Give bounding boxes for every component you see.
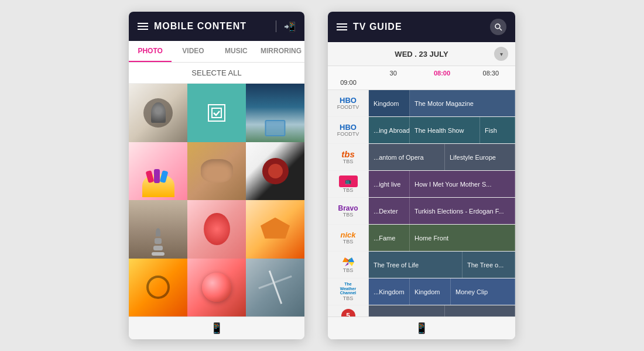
tab-photo[interactable]: PHOTO: [129, 41, 172, 62]
channel-tbs1: tbs TBS: [328, 144, 369, 170]
program-how-met[interactable]: How I Met Your Mother S...: [410, 171, 515, 197]
time-slot-current: 08:00: [417, 68, 466, 78]
programs-ch5: ...antom of Opera Lifestyle Europe: [369, 305, 515, 316]
channel-bravo2-logo: Bravo: [338, 205, 358, 212]
photo-grid: [129, 84, 304, 316]
photo-cell-2-selected[interactable]: [187, 84, 246, 142]
channel-tbs1-logo: tbs: [341, 150, 355, 159]
photo-cell-1[interactable]: [129, 84, 187, 142]
program-lifestyle-europe[interactable]: Lifestyle Europe: [445, 144, 515, 170]
svg-line-2: [500, 29, 502, 31]
channel-nick-sub: TBS: [343, 239, 354, 245]
channel-hbo1: HBO FOODTV: [328, 90, 369, 116]
channel-weather: TheWeatherChannel TBS: [328, 278, 369, 305]
channel-tbs1-sub: TBS: [343, 159, 354, 164]
photo-cell-11[interactable]: [187, 259, 246, 317]
bottom-bar: 📱: [129, 316, 304, 339]
program-health-show[interactable]: The Health Show: [410, 117, 480, 143]
program-fish[interactable]: Fish: [480, 117, 515, 143]
select-all-bar[interactable]: SELECTE ALL: [129, 63, 304, 84]
channel-hbo2-sub: FOODTV: [337, 131, 359, 137]
guide-row-nick: nick TBS ...Fame Home Front: [328, 225, 515, 252]
device-cast-icon: 📲: [284, 21, 296, 32]
app-title: MOBILE CONTENT: [154, 21, 246, 32]
date-bar: WED . 23 JULY ▾: [328, 42, 515, 66]
channel-hbo2-logo: HBO: [340, 123, 357, 131]
time-slot-3: 09:00: [328, 78, 369, 87]
guide-row-weather: TheWeatherChannel TBS ...Kingdom Kingdom…: [328, 278, 515, 305]
photo-cell-6[interactable]: [246, 142, 304, 201]
channel-nick-logo: nick: [340, 231, 355, 239]
program-phantom-opera2[interactable]: ...antom of Opera: [369, 305, 445, 316]
channel-nbc: TBS: [328, 252, 369, 278]
tab-music[interactable]: MUSIC: [215, 41, 258, 62]
channel-nbc-sub: TBS: [343, 267, 354, 273]
selected-check-icon: [208, 104, 225, 122]
guide-row-bravo1: 📺 TBS ...ight live How I Met Your Mother…: [328, 171, 515, 198]
programs-nick: ...Fame Home Front: [369, 225, 515, 251]
programs-hbo1: Kingdom The Motor Magazine: [369, 90, 515, 116]
photo-cell-3[interactable]: [246, 84, 304, 142]
tab-mirroring[interactable]: MIRRORING: [258, 41, 304, 62]
channel-bravo2: Bravo TBS: [328, 198, 369, 224]
program-tree-of-life2[interactable]: The Tree o...: [463, 252, 515, 278]
programs-bravo1: ...ight live How I Met Your Mother S...: [369, 171, 515, 197]
program-abroad[interactable]: ...ing Abroad: [369, 117, 410, 143]
header-icons: 📲: [271, 20, 296, 32]
channel-hbo1-logo: HBO: [340, 97, 357, 104]
channel-weather-sub: TBS: [343, 295, 354, 301]
channel-bravo2-sub: TBS: [343, 212, 354, 218]
guide-row-nbc: TBS The Tree of Life The Tree o...: [328, 252, 515, 278]
svg-rect-0: [212, 108, 221, 118]
mobile-content-panel: MOBILE CONTENT 📲 PHOTO VIDEO MUSIC MIRRO…: [129, 12, 304, 339]
programs-tbs1: ...antom of Opera Lifestyle Europe: [369, 144, 515, 170]
channel-ch5: 5 TBS: [328, 305, 369, 316]
photo-cell-4[interactable]: [129, 142, 187, 201]
program-tree-of-life[interactable]: The Tree of Life: [369, 252, 463, 278]
program-phantom-opera[interactable]: ...antom of Opera: [369, 144, 445, 170]
program-dexter[interactable]: ...Dexter: [369, 198, 410, 224]
svg-point-1: [495, 24, 500, 29]
channel-hbo2: HBO FOODTV: [328, 117, 369, 143]
photo-cell-9[interactable]: [246, 200, 304, 259]
program-turkish-elections[interactable]: Turkish Elections - Erdogan F...: [410, 198, 515, 224]
program-kingdom[interactable]: Kingdom: [369, 90, 410, 116]
guide-row-hbo2: HBO FOODTV ...ing Abroad The Health Show…: [328, 117, 515, 144]
search-icon[interactable]: [490, 19, 506, 35]
channel-bravo1: 📺 TBS: [328, 171, 369, 197]
photo-cell-10[interactable]: [129, 259, 187, 317]
date-dropdown-button[interactable]: ▾: [494, 47, 508, 61]
program-kingdom2[interactable]: ...Kingdom: [369, 278, 410, 305]
time-slot-0: 30: [369, 68, 417, 78]
tv-header: TV GUIDE: [328, 12, 515, 42]
tab-video[interactable]: VIDEO: [172, 41, 214, 62]
program-money-clip[interactable]: Money Clip: [451, 278, 515, 305]
mobile-header: MOBILE CONTENT 📲: [129, 12, 304, 41]
header-left: MOBILE CONTENT: [138, 21, 246, 32]
time-header: 30 08:00 08:30 09:00: [328, 66, 515, 90]
tv-app-title: TV GUIDE: [353, 22, 402, 32]
program-lifestyle-europe2[interactable]: Lifestyle Europe: [445, 305, 515, 316]
photo-cell-12[interactable]: [246, 259, 304, 317]
guide-row-tbs1: tbs TBS ...antom of Opera Lifestyle Euro…: [328, 144, 515, 171]
tv-header-left: TV GUIDE: [337, 22, 402, 32]
header-divider: [276, 20, 276, 32]
channel-nick: nick TBS: [328, 225, 369, 251]
program-fame[interactable]: ...Fame: [369, 225, 410, 251]
programs-nbc: The Tree of Life The Tree o...: [369, 252, 515, 278]
photo-cell-7[interactable]: [129, 200, 187, 259]
hamburger-icon[interactable]: [138, 23, 148, 30]
guide-row-ch5: 5 TBS ...antom of Opera Lifestyle Europe: [328, 305, 515, 316]
program-night-live[interactable]: ...ight live: [369, 171, 410, 197]
photo-cell-8[interactable]: [187, 200, 246, 259]
tv-phone-icon-bottom: 📱: [415, 322, 428, 335]
photo-cell-5[interactable]: [187, 142, 246, 201]
program-kingdom3[interactable]: Kingdom: [410, 278, 451, 305]
programs-bravo2: ...Dexter Turkish Elections - Erdogan F.…: [369, 198, 515, 224]
program-motor-magazine[interactable]: The Motor Magazine: [410, 90, 515, 116]
program-home-front[interactable]: Home Front: [410, 225, 515, 251]
tv-hamburger-icon[interactable]: [337, 23, 347, 30]
phone-icon-bottom: 📱: [210, 322, 223, 335]
tabs-bar: PHOTO VIDEO MUSIC MIRRORING: [129, 41, 304, 63]
date-text: WED . 23 JULY: [349, 50, 494, 58]
